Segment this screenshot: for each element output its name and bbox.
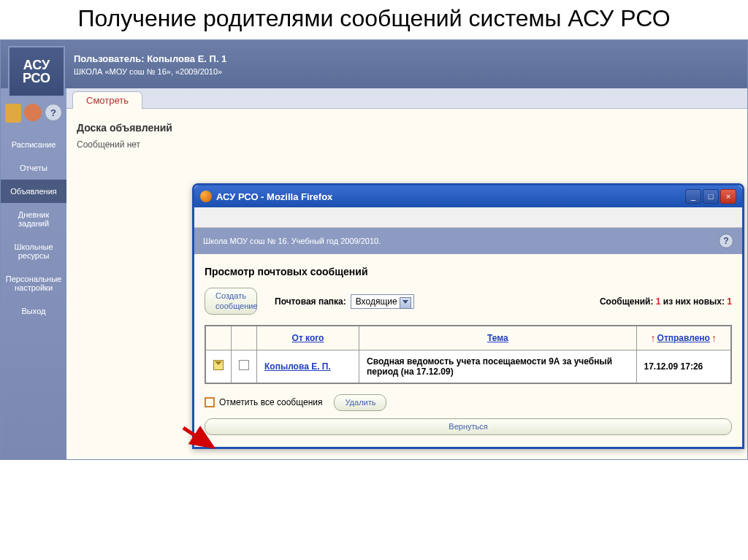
board-empty: Сообщений нет — [77, 139, 737, 150]
count-prefix: Сообщений: — [600, 296, 656, 307]
popup-window: АСУ РСО - Mozilla Firefox _ □ × Школа МО… — [192, 183, 744, 449]
count-mid: из них новых: — [660, 296, 727, 307]
mark-all-checkbox[interactable] — [205, 397, 215, 407]
col-from[interactable]: От кого — [257, 326, 359, 350]
col-subject[interactable]: Тема — [359, 326, 637, 350]
header-bar: АСУ РСО Пользователь: Копылова Е. П. 1 Ш… — [1, 40, 747, 88]
row-icon — [232, 350, 257, 383]
help-icon[interactable]: ? — [719, 234, 733, 248]
school-label: ШКОЛА «МОУ сош № 16», «2009/2010» — [74, 67, 226, 76]
slide-title: Получение родителями сообщений системы А… — [0, 0, 748, 39]
create-message-button[interactable]: Создать сообщение — [205, 288, 257, 314]
nav-settings[interactable]: Персональные настройки — [1, 267, 66, 299]
envelope-icon — [213, 360, 224, 370]
logo-line1: АСУ — [23, 58, 50, 72]
user-icon[interactable] — [24, 104, 42, 121]
bottom-controls: Отметить все сообщения Удалить — [205, 394, 732, 411]
folder-row: Почтовая папка: Входящие — [275, 294, 414, 309]
mail-table: От кого Тема ↑Отправлено↑ Копылова Е. П.… — [205, 325, 732, 384]
folder-label: Почтовая папка: — [275, 296, 346, 307]
sort-up-icon: ↑ — [711, 332, 717, 344]
count-new: 1 — [727, 296, 732, 307]
mail-section: Просмотр почтовых сообщений Создать сооб… — [194, 254, 742, 447]
message-count: Сообщений: 1 из них новых: 1 — [600, 296, 732, 307]
row-subject[interactable]: Сводная ведомость учета посещаемости 9А … — [359, 350, 637, 383]
titlebar: АСУ РСО - Mozilla Firefox _ □ × — [194, 185, 742, 207]
sort-up-icon: ↑ — [651, 332, 656, 344]
delete-button[interactable]: Удалить — [334, 394, 386, 411]
table-row: Копылова Е. П. Сводная ведомость учета п… — [205, 350, 731, 383]
logo: АСУ РСО — [8, 46, 65, 97]
popup-toolbar — [194, 207, 742, 228]
firefox-icon — [200, 191, 212, 202]
tab-bar: Смотреть — [66, 88, 747, 109]
nav-announcements[interactable]: Объявления — [1, 180, 66, 203]
mail-title: Просмотр почтовых сообщений — [205, 266, 732, 277]
book-icon[interactable] — [5, 104, 21, 123]
user-label: Пользователь: Копылова Е. П. 1 — [74, 53, 226, 64]
col-sent[interactable]: ↑Отправлено↑ — [636, 326, 731, 350]
nav-resources[interactable]: Школьные ресурсы — [1, 235, 66, 267]
minimize-button[interactable]: _ — [685, 189, 701, 204]
nav-reports[interactable]: Отчеты — [1, 156, 66, 180]
popup-body: Школа МОУ сош № 16. Учебный год 2009/201… — [194, 228, 742, 447]
nav-exit[interactable]: Выход — [1, 299, 66, 323]
checkbox[interactable] — [239, 360, 249, 370]
folder-select[interactable]: Входящие — [351, 294, 414, 309]
nav-diary[interactable]: Дневник заданий — [1, 203, 66, 235]
folder-value: Входящие — [356, 296, 397, 307]
nav-schedule[interactable]: Расписание — [1, 133, 66, 156]
back-button[interactable]: Вернуться — [205, 418, 732, 435]
mail-controls: Создать сообщение Почтовая папка: Входящ… — [205, 288, 732, 314]
mark-all[interactable]: Отметить все сообщения — [205, 397, 322, 407]
row-date: 17.12.09 17:26 — [636, 350, 731, 383]
close-button[interactable]: × — [720, 189, 736, 204]
user-info: Пользователь: Копылова Е. П. 1 ШКОЛА «МО… — [74, 53, 226, 76]
col-icon — [232, 326, 257, 350]
nav-icons: ? — [5, 104, 62, 123]
mark-all-label: Отметить все сообщения — [219, 397, 322, 407]
tab-view[interactable]: Смотреть — [72, 91, 142, 109]
board-title: Доска объявлений — [77, 122, 737, 134]
col-check — [205, 326, 232, 350]
logo-line2: РСО — [23, 72, 50, 85]
info-strip-text: Школа МОУ сош № 16. Учебный год 2009/201… — [203, 237, 381, 245]
info-strip: Школа МОУ сош № 16. Учебный год 2009/201… — [194, 228, 742, 254]
chevron-down-icon — [402, 300, 408, 304]
app-container: АСУ РСО Пользователь: Копылова Е. П. 1 Ш… — [0, 39, 748, 460]
row-check[interactable] — [205, 350, 232, 383]
table-header-row: От кого Тема ↑Отправлено↑ — [205, 326, 731, 350]
titlebar-text: АСУ РСО - Mozilla Firefox — [216, 191, 685, 202]
maximize-button[interactable]: □ — [703, 189, 719, 204]
row-from[interactable]: Копылова Е. П. — [257, 350, 359, 383]
help-icon[interactable]: ? — [45, 104, 62, 121]
left-nav: ? Расписание Отчеты Объявления Дневник з… — [1, 88, 66, 459]
